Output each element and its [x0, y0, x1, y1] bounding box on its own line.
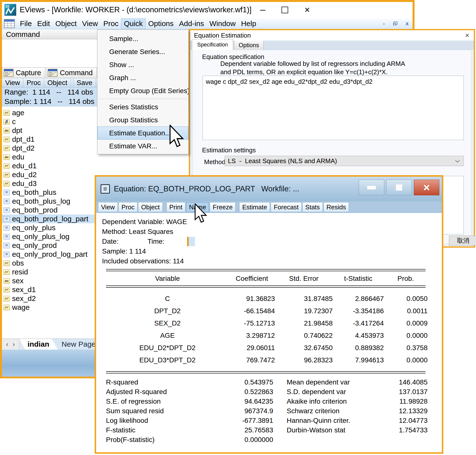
table-rule — [106, 285, 426, 288]
menu-quick[interactable]: Quick — [121, 19, 146, 28]
wf-proc-button[interactable]: Proc — [23, 78, 44, 87]
dialog-title: Equation Estimation — [194, 32, 251, 39]
close-button[interactable]: × — [414, 180, 439, 195]
menu-item-generate-series[interactable]: Generate Series... — [97, 45, 188, 58]
spec-hint-line2: and PDL terms, OR an explicit equation l… — [220, 68, 388, 76]
equation-icon: = — [3, 234, 10, 240]
alpha-series-icon: abc — [3, 128, 10, 133]
menu-item-graph[interactable]: Graph ... — [97, 71, 188, 84]
summary-statistics: R-squared0.543975Mean dependent var146.4… — [106, 377, 442, 444]
eq-print-button[interactable]: Print — [166, 202, 185, 212]
menu-edit[interactable]: Edit — [34, 19, 53, 28]
maximize-button[interactable] — [282, 7, 288, 13]
tab-capture[interactable]: Capture — [2, 67, 45, 78]
chevron-down-icon — [455, 158, 460, 162]
eq-stats-button[interactable]: Stats — [302, 202, 323, 212]
eq-estimate-button[interactable]: Estimate — [239, 202, 270, 212]
dialog-close-icon[interactable]: × — [465, 31, 469, 40]
date-label: Date: — [102, 238, 119, 245]
mdi-restore-button[interactable] — [393, 22, 397, 25]
maximize-icon — [396, 184, 402, 191]
minimize-button[interactable] — [359, 180, 384, 195]
object-edu-d1[interactable]: edu_d1 — [2, 161, 189, 170]
alpha-series-icon: abc — [3, 278, 10, 284]
menu-addins[interactable]: Add-ins — [176, 19, 207, 28]
equation-icon: = — [3, 199, 10, 204]
menu-object[interactable]: Object — [53, 19, 79, 28]
page-tab-indian[interactable]: indian — [19, 339, 58, 350]
included-observations-line: Included observations: 114 — [102, 256, 442, 266]
equation-icon: = — [3, 216, 10, 222]
equation-specification-input[interactable]: wage c dpt_d2 sex_d2 age edu_d2*dpt_d2 e… — [203, 76, 464, 140]
coef-table-body: C91.3682331.874852.8664670.0050 DPT_D2-6… — [106, 288, 442, 366]
series-icon — [3, 305, 10, 310]
method-line: Method: Least Squares — [102, 227, 442, 237]
menu-item-show[interactable]: Show ... — [97, 58, 188, 71]
maximize-button[interactable] — [386, 180, 412, 195]
eq-proc-button[interactable]: Proc — [119, 202, 137, 212]
series-icon — [3, 145, 10, 151]
menu-bar: File Edit Object View Proc Quick Options… — [2, 18, 413, 29]
close-icon: × — [423, 183, 430, 192]
menu-file[interactable]: File — [17, 19, 34, 28]
tab-command-label: Command — [60, 69, 93, 77]
equation-specification-caption: Equation specification — [202, 53, 264, 61]
estimation-settings-caption: Estimation settings — [202, 146, 256, 154]
menu-item-empty-group[interactable]: Empty Group (Edit Series) — [97, 84, 188, 97]
dialog-tabs: Specification Options — [190, 41, 474, 50]
mdi-close-button[interactable]: x — [406, 20, 409, 27]
tab-options[interactable]: Options — [234, 40, 264, 50]
eq-freeze-button[interactable]: Freeze — [210, 202, 236, 212]
text-cursor-selection — [187, 237, 195, 246]
equation-window-title: Equation: EQ_BOTH_PROD_LOG_PART Workfile… — [114, 185, 299, 193]
equation-icon: = — [3, 190, 10, 195]
dependent-variable-line: Dependent Variable: WAGE — [102, 217, 442, 227]
window-title: EViews - [Workfile: WORKER - (d:\econome… — [20, 5, 252, 14]
series-icon — [3, 172, 10, 178]
tab-command[interactable]: Command — [46, 67, 97, 78]
menu-item-series-statistics[interactable]: Series Statistics — [97, 100, 188, 114]
wf-view-button[interactable]: View — [2, 78, 23, 87]
eq-resids-button[interactable]: Resids — [324, 202, 349, 212]
series-icon — [3, 260, 10, 266]
menu-window[interactable]: Window — [207, 19, 238, 28]
menu-options[interactable]: Options — [146, 19, 176, 28]
mouse-cursor — [194, 203, 208, 224]
page-next-icon[interactable]: › — [13, 341, 15, 348]
table-rule — [106, 371, 426, 373]
date-time-line: Date: Time: — [102, 237, 442, 246]
spec-hint-line1: Dependent variable followed by list of r… — [220, 60, 405, 68]
equation-icon: = — [3, 252, 10, 257]
menu-item-sample[interactable]: Sample... — [97, 32, 188, 45]
system-menu-icon[interactable]: ≡ — [101, 184, 110, 194]
equation-icon: = — [3, 207, 10, 213]
page-prev-icon[interactable]: ‹ — [6, 341, 8, 348]
coefficient-icon: β — [3, 119, 10, 125]
menu-separator — [98, 99, 187, 99]
eviews-app-icon: 10 — [4, 4, 16, 16]
series-icon — [3, 163, 10, 169]
eq-view-button[interactable]: View — [98, 202, 118, 212]
main-titlebar: 10 EViews - [Workfile: WORKER - (d:\econ… — [2, 2, 413, 18]
method-dropdown[interactable]: LS - Least Squares (NLS and ARMA) — [225, 156, 464, 166]
mdi-minimize-button[interactable]: - — [383, 20, 385, 27]
command-bar-label: Command — [6, 30, 40, 39]
method-label: Method: — [204, 158, 227, 166]
tab-specification[interactable]: Specification — [192, 39, 233, 50]
wf-save-button[interactable]: Save — [73, 78, 96, 87]
eq-forecast-button[interactable]: Forecast — [271, 202, 301, 212]
sample-line: Sample: 1 114 — [102, 246, 442, 256]
equation-icon: = — [3, 225, 10, 231]
series-icon — [3, 181, 10, 186]
regression-output: Dependent Variable: WAGE Method: Least S… — [96, 213, 442, 452]
spreadsheet-icon — [4, 19, 15, 28]
eq-object-button[interactable]: Object — [138, 202, 163, 212]
cancel-button[interactable]: 取消 — [449, 236, 476, 245]
close-button[interactable]: × — [304, 5, 310, 15]
coef-table-header: Variable Coefficient Std. Error t-Statis… — [106, 275, 442, 283]
menu-view[interactable]: View — [79, 19, 101, 28]
minimize-button[interactable]: – — [260, 8, 265, 12]
menu-proc[interactable]: Proc — [101, 19, 121, 28]
menu-help[interactable]: Help — [238, 19, 259, 28]
wf-object-button[interactable]: Object — [44, 78, 71, 87]
